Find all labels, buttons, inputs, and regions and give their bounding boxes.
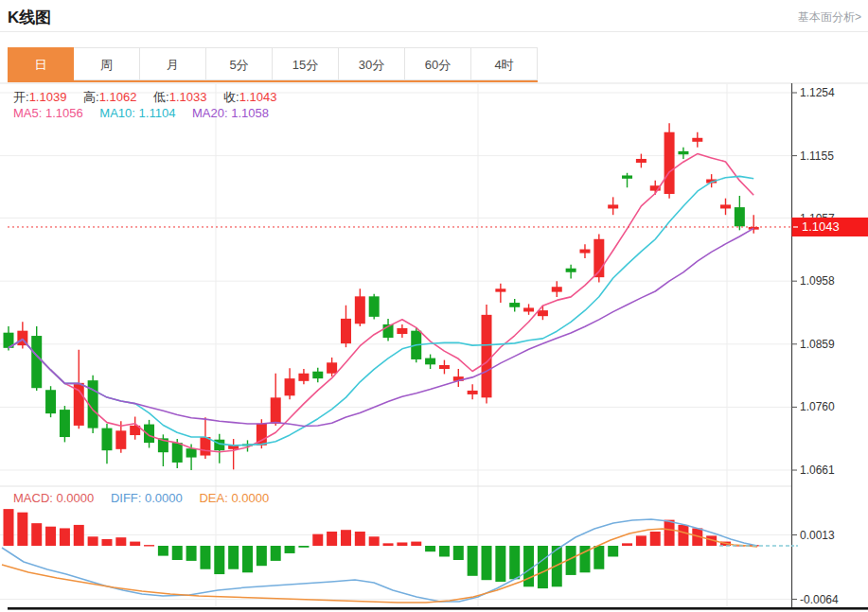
candles-group (4, 123, 759, 470)
ma20-value: 1.1058 (231, 106, 269, 120)
candle-body (509, 303, 520, 307)
candle-body (312, 372, 323, 378)
macd-bar (298, 546, 309, 548)
svg-text:1.1043: 1.1043 (802, 219, 840, 234)
open-label: 开: (13, 90, 29, 104)
candle-body (425, 358, 435, 365)
macd-bar (17, 513, 27, 546)
ma20-line (9, 228, 753, 426)
candle-body (622, 175, 632, 178)
candle-body (664, 132, 675, 194)
kline-page: K线图 基本面分析> 日周月5分15分30分60分4时 开:1.1039 高:1… (0, 0, 868, 612)
candle-body (60, 410, 70, 437)
macd-bar (130, 542, 140, 546)
dea-label: DEA: (199, 491, 227, 505)
high-value: 1.1062 (99, 90, 137, 104)
diff-line (2, 519, 757, 602)
y-axis-label: 1.0958 (800, 274, 835, 288)
candle-body (579, 250, 590, 254)
candle-body (144, 425, 154, 444)
candle-body (369, 296, 380, 317)
candle-body (439, 365, 450, 369)
macd-bar (88, 536, 98, 546)
ohlc-legend: 开:1.1039 高:1.1062 低:1.1033 收:1.1043 (13, 89, 276, 106)
macd-histogram (4, 509, 759, 588)
macd-bar (158, 546, 168, 556)
macd-bar (4, 509, 14, 546)
candle-body (355, 296, 365, 323)
macd-bar (312, 534, 323, 546)
macd-bar (327, 532, 337, 546)
macd-bar (468, 546, 478, 576)
candle-body (45, 390, 56, 413)
ma-legend: MA5: 1.1056 MA10: 1.1104 MA20: 1.1058 (13, 106, 269, 120)
grid-lines (0, 83, 868, 606)
macd-bar (74, 525, 84, 546)
macd-bar (214, 546, 224, 574)
macd-bar (355, 532, 365, 546)
macd-bar (650, 532, 661, 546)
candle-body (678, 151, 688, 154)
candle-body (735, 207, 745, 226)
candle-body (271, 397, 281, 424)
candle-body (538, 310, 548, 316)
candle-body (101, 428, 112, 451)
y-axis-label: -0.0064 (800, 593, 839, 606)
macd-bar (593, 546, 604, 569)
candle-body (566, 269, 576, 272)
y-axis-label: 1.0661 (800, 463, 835, 477)
candle-body (482, 315, 492, 397)
candle-body (186, 448, 197, 457)
macd-bar (439, 546, 450, 556)
diff-label: DIFF: (111, 491, 142, 505)
macd-bar (678, 525, 688, 546)
candle-body (341, 319, 351, 343)
macd-bar (538, 546, 548, 588)
y-axis-label: 1.0760 (800, 400, 835, 413)
macd-bar (115, 537, 126, 546)
macd-bar (271, 546, 281, 561)
y-axis-label: 1.1254 (800, 86, 835, 99)
ma5-value: 1.1056 (45, 106, 83, 120)
y-axis-label: 0.0013 (800, 529, 835, 542)
macd-value: 0.0000 (57, 491, 95, 505)
close-value: 1.1043 (239, 90, 277, 104)
ma5-label: MA5: (13, 106, 42, 120)
y-axis-label: 1.1155 (800, 149, 834, 163)
macd-legend: MACD: 0.0000 DIFF: 0.0000 DEA: 0.0000 (13, 491, 269, 505)
candle-body (327, 362, 337, 373)
candle-body (115, 430, 126, 449)
macd-bar (636, 535, 647, 546)
macd-bar (60, 528, 70, 546)
candle-body (298, 374, 309, 381)
macd-label: MACD: (13, 491, 53, 505)
candle-body (285, 378, 295, 395)
high-label: 高: (83, 90, 99, 104)
candle-body (636, 159, 647, 163)
current-price-tag: 1.1043 (792, 218, 868, 236)
macd-bar (45, 527, 56, 546)
macd-bar (664, 520, 675, 546)
macd-bar (186, 546, 197, 561)
macd-bar (172, 546, 183, 560)
macd-bar (369, 536, 380, 546)
macd-bar (411, 542, 421, 546)
candle-body (720, 204, 731, 208)
macd-bar (383, 543, 394, 546)
macd-bar (509, 546, 520, 579)
y-axis: 1.12541.11551.10571.09581.08591.07601.06… (791, 83, 839, 607)
macd-bar (425, 546, 435, 551)
candle-body (172, 443, 183, 463)
macd-bar (101, 539, 112, 546)
candle-body (397, 328, 407, 334)
macd-bar (31, 523, 42, 546)
macd-bar (228, 546, 239, 569)
macd-bar (523, 546, 534, 586)
candle-body (523, 307, 534, 311)
macd-bar (495, 546, 505, 582)
macd-bar (482, 546, 492, 580)
close-label: 收: (223, 90, 239, 104)
diff-value: 0.0000 (145, 491, 183, 505)
low-value: 1.1033 (169, 90, 207, 104)
candle-body (552, 287, 562, 291)
